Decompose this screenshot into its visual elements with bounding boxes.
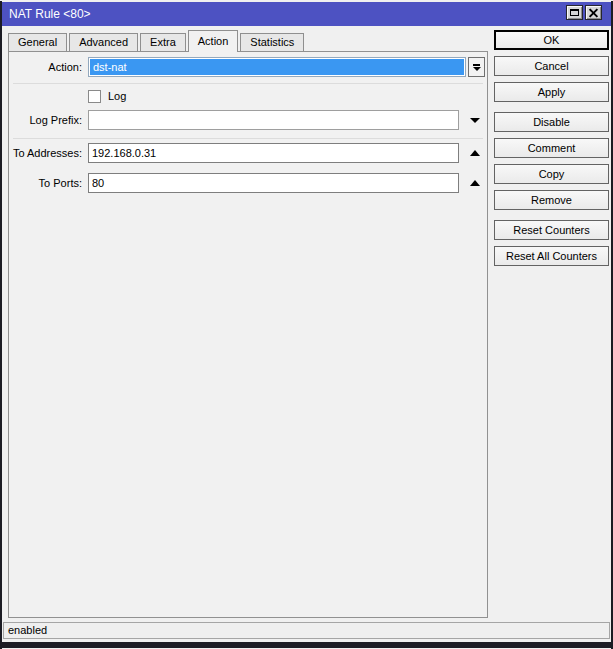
disable-button[interactable]: Disable bbox=[494, 112, 609, 132]
to-addresses-collapse-button[interactable] bbox=[465, 143, 485, 163]
action-label: Action: bbox=[9, 57, 82, 77]
remove-button[interactable]: Remove bbox=[494, 190, 609, 210]
tab-statistics[interactable]: Statistics bbox=[240, 33, 304, 52]
to-ports-label: To Ports: bbox=[9, 173, 82, 193]
ok-button[interactable]: OK bbox=[494, 30, 609, 50]
action-tab-panel: Action: dst-nat Log Log Prefix: To Addre… bbox=[8, 51, 488, 618]
chevron-up-icon bbox=[470, 150, 480, 156]
dropdown-icon bbox=[473, 67, 481, 71]
maximize-button[interactable] bbox=[566, 5, 583, 20]
separator bbox=[13, 83, 483, 84]
comment-button[interactable]: Comment bbox=[494, 138, 609, 158]
tab-strip: General Advanced Extra Action Statistics bbox=[8, 30, 306, 52]
maximize-icon bbox=[570, 9, 579, 16]
log-checkbox[interactable] bbox=[88, 90, 101, 103]
copy-button[interactable]: Copy bbox=[494, 164, 609, 184]
window-title: NAT Rule <80> bbox=[9, 2, 91, 26]
tab-extra[interactable]: Extra bbox=[140, 33, 186, 52]
status-bar: enabled bbox=[3, 622, 610, 639]
chevron-down-icon bbox=[470, 118, 480, 123]
log-prefix-label: Log Prefix: bbox=[9, 110, 82, 130]
to-ports-collapse-button[interactable] bbox=[465, 173, 485, 193]
tab-action[interactable]: Action bbox=[188, 30, 239, 52]
action-combobox[interactable]: dst-nat bbox=[88, 57, 466, 77]
close-button[interactable] bbox=[585, 5, 602, 20]
tab-general[interactable]: General bbox=[8, 33, 67, 52]
window-border-left bbox=[0, 1, 2, 649]
nat-rule-dialog: NAT Rule <80> General Advanced Extra Act… bbox=[0, 0, 613, 649]
log-checkbox-label: Log bbox=[108, 90, 126, 103]
reset-all-counters-button[interactable]: Reset All Counters bbox=[494, 246, 609, 266]
to-ports-input[interactable] bbox=[88, 173, 459, 193]
dropdown-icon bbox=[473, 64, 480, 66]
action-selected-value: dst-nat bbox=[90, 59, 464, 75]
log-prefix-input[interactable] bbox=[88, 110, 459, 130]
log-prefix-dropdown-button[interactable] bbox=[465, 110, 485, 130]
to-addresses-label: To Addresses: bbox=[9, 143, 82, 163]
cancel-button[interactable]: Cancel bbox=[494, 56, 609, 76]
titlebar[interactable]: NAT Rule <80> bbox=[2, 2, 611, 26]
chevron-up-icon bbox=[470, 180, 480, 186]
apply-button[interactable]: Apply bbox=[494, 82, 609, 102]
window-border-bottom bbox=[0, 642, 613, 648]
action-dropdown-button[interactable] bbox=[468, 57, 485, 77]
reset-counters-button[interactable]: Reset Counters bbox=[494, 220, 609, 240]
close-icon bbox=[589, 8, 598, 17]
tab-advanced[interactable]: Advanced bbox=[69, 33, 138, 52]
separator bbox=[13, 138, 483, 139]
to-addresses-input[interactable] bbox=[88, 143, 459, 163]
